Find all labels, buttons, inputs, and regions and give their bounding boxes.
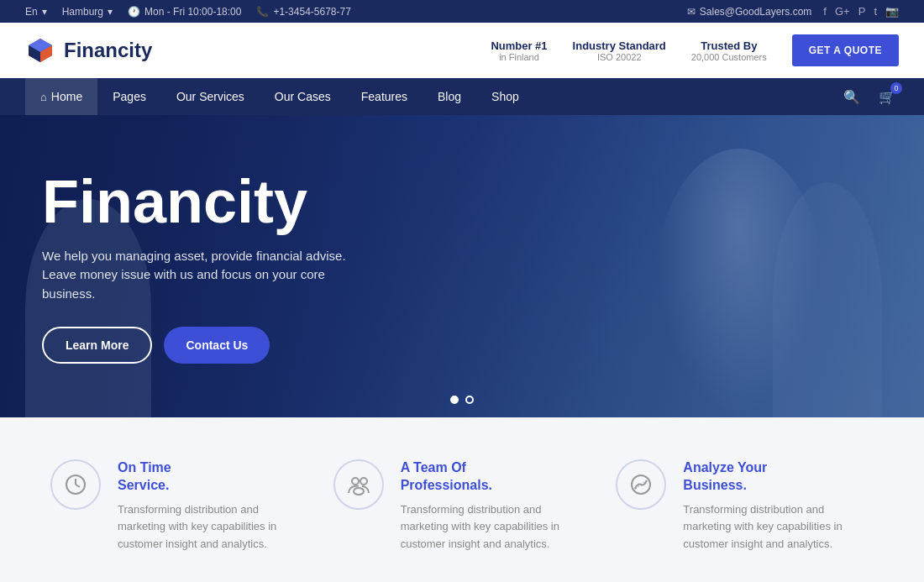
chevron-down-icon: ▾ [42, 6, 47, 18]
business-hours: 🕐 Mon - Fri 10:00-18:00 [128, 6, 241, 18]
feature-desc-team: Transforming distribution and marketing … [401, 501, 591, 553]
hero-subtitle: We help you managing asset, provide fina… [42, 247, 353, 304]
svg-point-7 [352, 478, 359, 485]
nav-item-our-services[interactable]: Our Services [161, 78, 260, 115]
chart-icon-wrap [616, 459, 666, 510]
svg-line-6 [76, 485, 80, 487]
home-icon: ⌂ [40, 91, 47, 103]
header: Financity Number #1 in Finland Industry … [0, 23, 924, 78]
feature-title-analyze: Analyze YourBusiness. [683, 459, 874, 495]
feature-title-team: A Team OfProfessionals. [401, 459, 591, 495]
nav-right: 🔍 🛒 0 [840, 86, 899, 108]
top-bar-left: En ▾ Hamburg ▾ 🕐 Mon - Fri 10:00-18:00 📞… [25, 6, 351, 18]
contact-us-button[interactable]: Contact Us [164, 327, 270, 364]
team-icon-wrap [333, 459, 384, 510]
brand-name: Financity [64, 39, 152, 62]
feature-team-professionals: A Team OfProfessionals. Transforming dis… [333, 459, 591, 553]
hero-person-right [773, 182, 882, 417]
top-bar-right: ✉ Sales@GoodLayers.com f G+ P t 📷 [687, 5, 899, 18]
cart-badge: 0 [890, 82, 902, 94]
feature-analyze-business: Analyze YourBusiness. Transforming distr… [616, 459, 874, 553]
feature-text-on-time: On TimeService. Transforming distributio… [118, 459, 308, 553]
nav-item-blog[interactable]: Blog [423, 78, 476, 115]
header-stats: Number #1 in Finland Industry Standard I… [491, 34, 899, 66]
feature-title-on-time: On TimeService. [118, 459, 308, 495]
svg-point-8 [360, 478, 367, 485]
stat-industry-standard: Industry Standard ISO 20022 [573, 39, 666, 62]
clock-icon [64, 473, 87, 496]
pinterest-icon[interactable]: P [858, 5, 866, 18]
phone-number[interactable]: 📞 +1-3454-5678-77 [256, 6, 350, 18]
chart-icon [629, 473, 653, 496]
hero-section: Financity We help you managing asset, pr… [0, 115, 924, 417]
location-selector[interactable]: Hamburg ▾ [62, 6, 113, 18]
hero-dot-1[interactable] [450, 396, 459, 404]
nav-links: ⌂ Home Pages Our Services Our Cases Feat… [25, 78, 534, 115]
hero-buttons: Learn More Contact Us [42, 327, 353, 364]
features-section: On TimeService. Transforming distributio… [0, 417, 924, 582]
feature-desc-on-time: Transforming distribution and marketing … [118, 501, 308, 553]
clock-icon-wrap [50, 459, 101, 510]
logo: Financity [25, 35, 152, 66]
nav-item-pages[interactable]: Pages [97, 78, 161, 115]
learn-more-button[interactable]: Learn More [42, 327, 152, 364]
facebook-icon[interactable]: f [823, 5, 827, 18]
team-icon [347, 473, 370, 496]
email-icon: ✉ [687, 6, 696, 18]
social-icons: f G+ P t 📷 [823, 5, 899, 18]
hero-dot-2[interactable] [465, 396, 474, 404]
email-address[interactable]: ✉ Sales@GoodLayers.com [687, 6, 812, 18]
twitter-icon[interactable]: t [874, 5, 877, 18]
hero-dots [450, 396, 474, 404]
nav-item-our-cases[interactable]: Our Cases [260, 78, 346, 115]
lang-label: En [25, 6, 38, 18]
language-selector[interactable]: En ▾ [25, 6, 47, 18]
nav-item-home[interactable]: ⌂ Home [25, 78, 97, 115]
svg-point-9 [354, 488, 364, 495]
hero-title: Financity [42, 169, 353, 235]
search-icon[interactable]: 🔍 [840, 86, 864, 108]
top-bar: En ▾ Hamburg ▾ 🕐 Mon - Fri 10:00-18:00 📞… [0, 0, 924, 23]
feature-on-time-service: On TimeService. Transforming distributio… [50, 459, 308, 553]
feature-desc-analyze: Transforming distribution and marketing … [683, 501, 874, 553]
phone-icon: 📞 [256, 6, 269, 18]
chevron-down-icon: ▾ [108, 6, 113, 18]
stat-number-one: Number #1 in Finland [491, 39, 547, 62]
feature-text-team: A Team OfProfessionals. Transforming dis… [401, 459, 591, 553]
cart-icon[interactable]: 🛒 0 [875, 86, 899, 108]
get-quote-button[interactable]: GET A QUOTE [792, 34, 899, 66]
nav-item-features[interactable]: Features [346, 78, 423, 115]
logo-icon [25, 35, 55, 66]
instagram-icon[interactable]: 📷 [885, 5, 899, 18]
feature-text-analyze: Analyze YourBusiness. Transforming distr… [683, 459, 874, 553]
google-plus-icon[interactable]: G+ [835, 5, 850, 18]
stat-trusted-by: Trusted By 20,000 Customers [691, 39, 767, 62]
hero-content: Financity We help you managing asset, pr… [0, 169, 395, 364]
location-label: Hamburg [62, 6, 103, 18]
nav-item-shop[interactable]: Shop [476, 78, 534, 115]
clock-icon: 🕐 [128, 6, 140, 18]
navigation: ⌂ Home Pages Our Services Our Cases Feat… [0, 78, 924, 115]
